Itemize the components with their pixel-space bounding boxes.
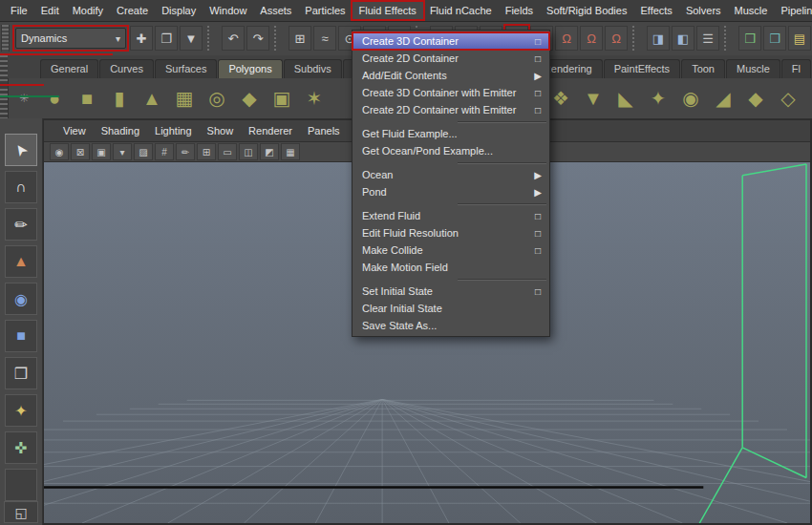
open-scene-icon[interactable]: ❐ bbox=[155, 26, 178, 51]
poly-torus-icon[interactable]: ◎ bbox=[201, 82, 233, 115]
universal-manipulator-icon[interactable]: ❒ bbox=[5, 357, 37, 389]
select-camera-icon[interactable]: ◉ bbox=[50, 143, 69, 160]
menubar-create[interactable]: Create bbox=[110, 2, 155, 19]
combine-icon[interactable]: ◇ bbox=[772, 82, 804, 115]
soft-modification-icon[interactable]: ✦ bbox=[5, 394, 37, 427]
menubar-window[interactable]: Window bbox=[203, 2, 253, 19]
option-box-icon[interactable]: □ bbox=[531, 88, 545, 98]
menu-item-get-ocean-pond-example[interactable]: Get Ocean/Pond Example... bbox=[353, 142, 549, 159]
menu-item-set-initial-state[interactable]: Set Initial State □ bbox=[353, 283, 549, 300]
shelf-tab-fl[interactable]: Fl bbox=[781, 59, 811, 78]
last-tool-slot[interactable] bbox=[5, 469, 37, 501]
field-chart-icon[interactable]: ▦ bbox=[281, 143, 300, 160]
menu-item-make-collide[interactable]: Make Collide □ bbox=[353, 242, 549, 259]
poly-prism-icon[interactable]: ▼ bbox=[577, 82, 609, 115]
resolution-gate-icon[interactable]: ◫ bbox=[239, 143, 258, 160]
film-gate-icon[interactable]: ▭ bbox=[218, 143, 237, 160]
scale-tool-icon[interactable]: ■ bbox=[5, 320, 37, 352]
new-scene-icon[interactable]: ✚ bbox=[130, 26, 153, 51]
shelf-tab-subdivs[interactable]: Subdivs bbox=[284, 59, 342, 78]
lasso-select-tool-icon[interactable]: ∩ bbox=[5, 171, 37, 203]
toolbar-grip[interactable] bbox=[1, 25, 10, 52]
grease-pencil-icon[interactable]: ✏ bbox=[176, 143, 195, 160]
menubar-fluid-effects[interactable]: Fluid Effects bbox=[353, 2, 423, 19]
menubar-soft-rigid-bodies[interactable]: Soft/Rigid Bodies bbox=[540, 2, 633, 19]
panel-menu-panels[interactable]: Panels bbox=[300, 123, 348, 138]
render-current-frame-icon[interactable]: ◨ bbox=[647, 26, 670, 51]
poly-cylinder-icon[interactable]: ▮ bbox=[103, 82, 136, 115]
option-box-icon[interactable]: □ bbox=[531, 211, 545, 221]
snap-magnet-icon[interactable]: Ω bbox=[605, 26, 628, 51]
submenu-arrow-icon[interactable]: ▶ bbox=[531, 170, 545, 180]
toolbar-divider[interactable] bbox=[207, 26, 217, 51]
output-connections-icon[interactable]: ❒ bbox=[763, 26, 786, 51]
shelf-tab-curves[interactable]: Curves bbox=[99, 59, 154, 78]
menu-item-edit-fluid-resolution[interactable]: Edit Fluid Resolution □ bbox=[353, 224, 549, 242]
menubar-fluid-ncache[interactable]: Fluid nCache bbox=[423, 2, 499, 19]
menubar-fields[interactable]: Fields bbox=[499, 2, 540, 19]
panel-menu-view[interactable]: View bbox=[55, 123, 94, 138]
sculpt-tool-icon[interactable]: ✦ bbox=[642, 82, 674, 115]
panel-menu-show[interactable]: Show bbox=[200, 123, 242, 138]
undo-icon[interactable]: ↶ bbox=[222, 26, 245, 51]
paint-select-tool-icon[interactable]: ✏ bbox=[5, 208, 37, 241]
toolbar-divider[interactable] bbox=[724, 26, 734, 51]
shelf-tab-general[interactable]: General bbox=[40, 59, 98, 78]
menu-item-create-2d-container[interactable]: Create 2D Container □ bbox=[353, 50, 549, 67]
snap-magnet-icon[interactable]: Ω bbox=[580, 26, 603, 51]
shelf-menu-icon[interactable]: ✳ bbox=[10, 82, 38, 115]
grid-toggle-icon[interactable]: ⊞ bbox=[197, 143, 216, 160]
option-box-icon[interactable]: □ bbox=[531, 36, 545, 47]
show-manipulator-icon[interactable]: ✜ bbox=[5, 431, 37, 464]
menubar-modify[interactable]: Modify bbox=[66, 2, 110, 19]
shelf-tab-painteffects[interactable]: PaintEffects bbox=[604, 59, 681, 78]
panel-menu-lighting[interactable]: Lighting bbox=[147, 123, 200, 138]
submenu-arrow-icon[interactable]: ▶ bbox=[531, 71, 545, 81]
poly-sphere-icon[interactable]: ● bbox=[38, 82, 71, 115]
menubar-muscle[interactable]: Muscle bbox=[728, 2, 775, 19]
menubar-edit[interactable]: Edit bbox=[34, 2, 66, 19]
option-box-icon[interactable]: □ bbox=[531, 228, 545, 239]
poly-pyramid-icon[interactable]: ◆ bbox=[233, 82, 266, 115]
menu-item-get-fluid-example[interactable]: Get Fluid Example... bbox=[353, 125, 549, 142]
camera-attributes-icon[interactable]: ▣ bbox=[92, 143, 111, 160]
extrude-icon[interactable]: ◢ bbox=[707, 82, 739, 115]
rotate-tool-icon[interactable]: ◉ bbox=[5, 283, 37, 315]
bevel-icon[interactable]: ◆ bbox=[739, 82, 772, 115]
ipr-render-icon[interactable]: ◧ bbox=[672, 26, 694, 51]
snap-magnet-icon[interactable]: Ω bbox=[555, 26, 578, 51]
snap-to-grid-icon[interactable]: ⊞ bbox=[288, 26, 311, 51]
menu-item-create-3d-container[interactable]: Create 3D Container □ bbox=[353, 32, 549, 50]
input-connections-icon[interactable]: ❒ bbox=[738, 26, 761, 51]
option-box-icon[interactable]: □ bbox=[531, 286, 545, 297]
panel-menu-shading[interactable]: Shading bbox=[94, 123, 147, 138]
shelf-tab-toon[interactable]: Toon bbox=[681, 59, 725, 78]
gate-mask-icon[interactable]: ◩ bbox=[260, 143, 279, 160]
menu-item-pond[interactable]: Pond ▶ bbox=[353, 183, 549, 200]
render-settings-icon[interactable]: ☰ bbox=[696, 26, 719, 51]
poly-helix-icon[interactable]: ✶ bbox=[298, 82, 331, 115]
menu-item-add-edit-contents[interactable]: Add/Edit Contents ▶ bbox=[353, 67, 549, 84]
menubar-file[interactable]: File bbox=[4, 2, 34, 19]
save-scene-icon[interactable]: ▼ bbox=[180, 26, 203, 51]
menu-item-extend-fluid[interactable]: Extend Fluid □ bbox=[353, 207, 549, 224]
smooth-mesh-icon[interactable]: ◉ bbox=[674, 82, 707, 115]
quick-layout-single-pane-icon[interactable]: ◱ bbox=[4, 501, 38, 523]
poly-cone-icon[interactable]: ▲ bbox=[136, 82, 168, 115]
menu-item-create-3d-container-with-emitter[interactable]: Create 3D Container with Emitter □ bbox=[353, 84, 549, 101]
option-box-icon[interactable]: □ bbox=[531, 53, 545, 64]
menuset-dropdown[interactable]: Dynamics ▾ bbox=[15, 28, 126, 49]
menu-item-create-2d-container-with-emitter[interactable]: Create 2D Container with Emitter □ bbox=[353, 101, 549, 118]
menubar-display[interactable]: Display bbox=[155, 2, 203, 19]
menubar-assets[interactable]: Assets bbox=[253, 2, 298, 19]
toolbar-divider[interactable] bbox=[274, 26, 284, 51]
move-tool-icon[interactable]: ▲ bbox=[5, 245, 37, 278]
shelf-tab-muscle[interactable]: Muscle bbox=[726, 59, 780, 78]
poly-pipe-icon[interactable]: ▣ bbox=[266, 82, 298, 115]
bookmark-icon[interactable]: ▾ bbox=[113, 143, 132, 160]
menu-item-save-state-as[interactable]: Save State As... bbox=[353, 317, 549, 334]
select-tool-icon[interactable]: ➤ bbox=[5, 134, 37, 166]
pan-zoom-icon[interactable]: # bbox=[155, 143, 174, 160]
snap-to-curve-icon[interactable]: ≈ bbox=[313, 26, 336, 51]
menubar-pipeline-cache[interactable]: Pipeline C bbox=[774, 2, 812, 19]
